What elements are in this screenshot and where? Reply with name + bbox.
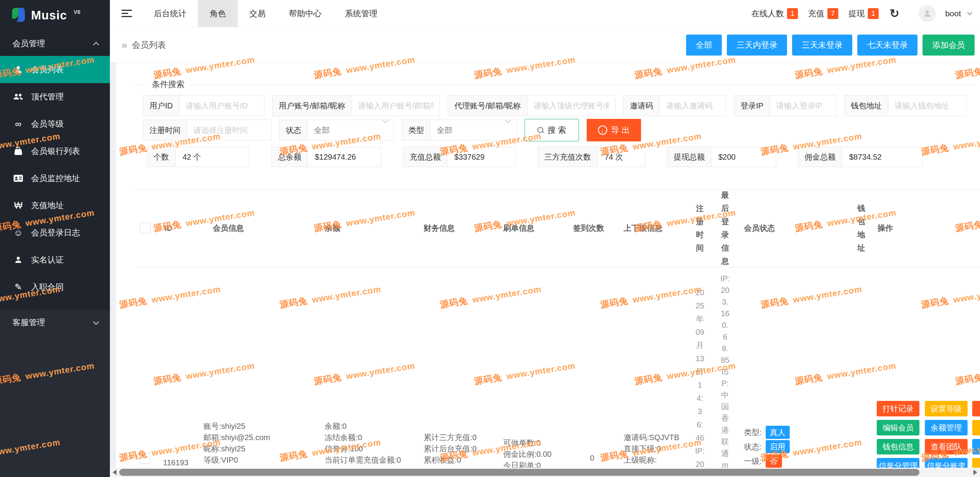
status-select-value: 全部 xyxy=(308,120,384,140)
refresh-icon[interactable]: ↻ xyxy=(890,7,899,20)
type-select-value: 全部 xyxy=(431,120,506,140)
export-button[interactable]: ↓ 导 出 xyxy=(587,119,641,141)
filter-nologin-7days-button[interactable]: 七天未登录 xyxy=(857,35,917,56)
field-label: 用户ID xyxy=(143,96,179,116)
wallet-address-cell xyxy=(850,267,872,477)
username[interactable]: boot xyxy=(945,9,961,18)
balance-manage-button[interactable]: 余额管理 xyxy=(925,420,968,435)
sidebar-item-label: 会员列表 xyxy=(31,64,64,75)
agent-field: 代理账号/邮箱/昵称 xyxy=(448,95,615,116)
app-version: V6 xyxy=(74,9,80,15)
edit-member-button[interactable]: 编辑会员 xyxy=(877,420,919,435)
search-icon xyxy=(537,127,544,133)
recharge-count[interactable]: 充值 7 xyxy=(808,8,838,19)
top-navbar: 后台统计 角色 交易 帮助中心 系统管理 在线人数 1 充值 7 提现 1 ↻ … xyxy=(110,0,980,27)
clipped-action-button[interactable]: 禁 xyxy=(972,420,980,435)
status-select[interactable]: 状态 全部 xyxy=(279,120,394,141)
vertical-scrollbar[interactable] xyxy=(110,63,116,468)
scrollbar-thumb[interactable] xyxy=(119,469,919,476)
stat-value: $337629 xyxy=(447,147,516,167)
status-level-row: 一级: 否 xyxy=(744,454,782,468)
online-count-label: 在线人数 xyxy=(751,8,784,19)
tab-role[interactable]: 角色 xyxy=(198,0,238,27)
horizontal-scrollbar[interactable] xyxy=(110,468,980,477)
search-button[interactable]: 搜 索 xyxy=(525,119,579,141)
sidebar: Music V6 会员管理 会员列表 顶代管理 ∞ 会员等级 会员银行列表 会员… xyxy=(0,0,110,477)
account-input[interactable] xyxy=(352,96,440,116)
tab-backend-stats[interactable]: 后台统计 xyxy=(142,0,198,27)
stat-total-balance: 总余额 $129474.26 xyxy=(271,147,381,167)
hamburger-icon[interactable] xyxy=(122,8,132,19)
brush-info: 可做单数:0 佣金比例:0.00 今日刷单:0 xyxy=(503,437,551,471)
add-member-button[interactable]: 添加会员 xyxy=(923,35,975,56)
sidebar-item-label: 入职合同 xyxy=(31,282,64,292)
tab-system-manage[interactable]: 系统管理 xyxy=(333,0,389,27)
sidebar-item-employment-contract[interactable]: ✎ 入职合同 xyxy=(0,273,110,301)
withdraw-count[interactable]: 提现 1 xyxy=(848,8,879,19)
online-count[interactable]: 在线人数 1 xyxy=(751,8,798,19)
operations-cell: 打针记录 设置等级 编辑会员 余额管理 禁 钱包信息 查看团队 查 信誉分管理 … xyxy=(872,267,980,477)
sidebar-group-label: 客服管理 xyxy=(12,317,45,328)
sidebar-item-member-list[interactable]: 会员列表 xyxy=(0,56,110,83)
set-level-button[interactable]: 设置等级 xyxy=(925,401,968,416)
user-id-input[interactable] xyxy=(179,96,264,116)
sidebar-lower-section: 客服管理 xyxy=(0,310,110,477)
sidebar-item-recharge-address[interactable]: ₩ 充值地址 xyxy=(0,192,110,219)
search-row-2: 注册时间 状态 全部 类型 全部 搜 索 ↓ 导 出 xyxy=(143,120,641,141)
sidebar-group-service[interactable]: 客服管理 xyxy=(0,310,110,335)
tab-help-center[interactable]: 帮助中心 xyxy=(277,0,333,27)
member-table: ID 会员信息 余额 财务信息 刷单信息 签到次数 上下级信息 注 册 时 间 … xyxy=(137,189,980,477)
tab-trade[interactable]: 交易 xyxy=(238,0,277,27)
breadcrumb-bar: » 会员列表 全部 三天内登录 三天未登录 七天未登录 添加会员 xyxy=(110,27,980,63)
member-info: 账号:shiyi25 邮箱:shiyi@25.com 昵称:shiyi25 等级… xyxy=(203,421,270,466)
app-logo[interactable]: Music V6 xyxy=(0,0,110,31)
scroll-left-arrow-icon[interactable] xyxy=(113,470,116,475)
invite-code-input[interactable] xyxy=(660,96,726,116)
status-type-badge: 真人 xyxy=(766,426,790,439)
status-label: 一级: xyxy=(744,456,762,467)
select-all-checkbox[interactable] xyxy=(140,223,151,233)
sidebar-item-member-level[interactable]: ∞ 会员等级 xyxy=(0,110,110,138)
users-icon xyxy=(12,92,24,101)
sidebar-item-member-login-log[interactable]: ☺ 会员登录日志 xyxy=(0,219,110,246)
clipped-action-button[interactable] xyxy=(972,401,980,416)
inject-record-button[interactable]: 打针记录 xyxy=(877,401,919,416)
sidebar-item-member-monitor-address[interactable]: 会员监控地址 xyxy=(0,165,110,192)
login-ip-input[interactable] xyxy=(770,96,836,116)
stat-label: 佣金总额 xyxy=(798,147,842,167)
stat-label: 个数 xyxy=(147,147,175,167)
sidebar-item-top-agent[interactable]: 顶代管理 xyxy=(0,83,110,110)
field-label: 状态 xyxy=(280,120,308,140)
row-checkbox[interactable] xyxy=(140,453,151,464)
agent-input[interactable] xyxy=(527,96,615,116)
bag-icon xyxy=(12,146,24,156)
wallet-address-input[interactable] xyxy=(888,96,966,116)
avatar[interactable] xyxy=(919,5,936,22)
breadcrumb-arrow-icon: » xyxy=(122,39,127,51)
search-button-label: 搜 索 xyxy=(547,125,566,136)
chevron-down-icon xyxy=(383,118,388,123)
filter-login-3days-button[interactable]: 三天内登录 xyxy=(727,35,787,56)
sidebar-item-realname-auth[interactable]: 实名认证 xyxy=(0,246,110,273)
sidebar-item-member-bank-list[interactable]: 会员银行列表 xyxy=(0,138,110,165)
type-select[interactable]: 类型 全部 xyxy=(402,120,517,141)
status-label: 类型: xyxy=(744,427,762,438)
clipped-action-button[interactable]: 查 xyxy=(972,439,980,454)
chevron-down-icon[interactable] xyxy=(967,10,972,15)
wallet-info-button[interactable]: 钱包信息 xyxy=(877,439,919,454)
scroll-right-arrow-icon[interactable] xyxy=(973,470,977,475)
col-register-time: 注 册 时 间 xyxy=(687,202,712,254)
sidebar-group-member[interactable]: 会员管理 xyxy=(0,31,110,56)
stat-value: $8734.52 xyxy=(842,147,922,167)
filter-nologin-3days-button[interactable]: 三天未登录 xyxy=(792,35,852,56)
user-id-field: 用户ID xyxy=(143,95,264,116)
field-label: 代理账号/邮箱/昵称 xyxy=(448,96,527,116)
stat-total-commission: 佣金总额 $8734.52 xyxy=(798,147,923,167)
register-time-input[interactable] xyxy=(187,120,271,140)
won-icon: ₩ xyxy=(12,200,24,211)
view-team-button[interactable]: 查看团队 xyxy=(925,439,968,454)
filter-all-button[interactable]: 全部 xyxy=(686,35,722,56)
register-time: 20 25 年 09 月 13 日 1 4: 3 6: 46 IP: 20 3.… xyxy=(687,286,712,477)
download-icon: ↓ xyxy=(598,125,607,135)
stat-label: 总余额 xyxy=(272,147,308,167)
